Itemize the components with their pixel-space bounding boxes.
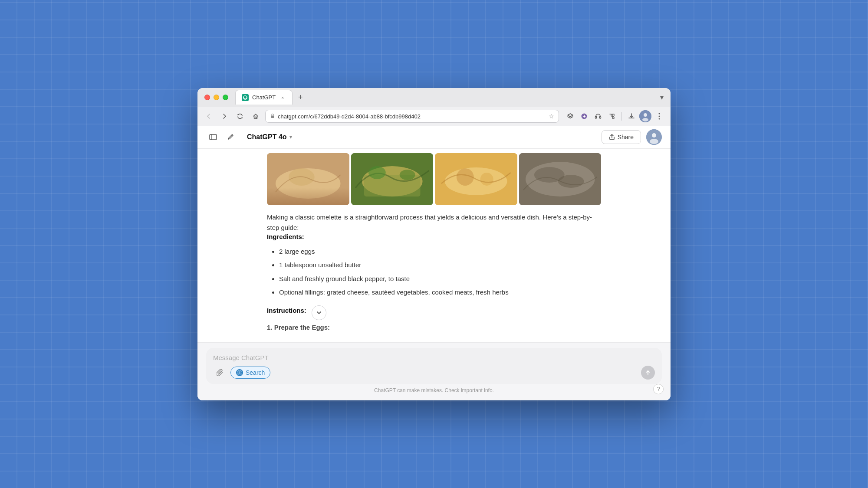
- tab-close-button[interactable]: ×: [279, 94, 286, 101]
- tab-bar-chevron[interactable]: ▾: [660, 93, 664, 102]
- svg-point-27: [445, 167, 507, 195]
- disclaimer-text: ChatGPT can make mistakes. Check importa…: [206, 384, 662, 398]
- svg-point-29: [480, 173, 493, 186]
- nav-profile-avatar[interactable]: [639, 110, 651, 122]
- new-chat-button[interactable]: [224, 130, 237, 144]
- message-area: Making a classic omelette is a straightf…: [267, 205, 601, 338]
- share-label: Share: [618, 134, 634, 141]
- image-gallery: [267, 149, 601, 205]
- scroll-down-button[interactable]: [312, 305, 326, 320]
- ingredient-item: Salt and freshly ground black pepper, to…: [279, 272, 601, 286]
- attach-file-button[interactable]: [213, 366, 227, 380]
- chat-content: Making a classic omelette is a straightf…: [197, 149, 671, 342]
- globe-icon: [236, 369, 243, 376]
- tab-bar: ChatGPT × +: [235, 90, 656, 105]
- search-button[interactable]: Search: [230, 367, 270, 379]
- svg-rect-4: [595, 116, 597, 118]
- ingredient-item: 1 tablespoon unsalted butter: [279, 258, 601, 272]
- message-placeholder: Message ChatGPT: [213, 354, 655, 361]
- nav-separator: [621, 112, 622, 121]
- svg-point-24: [368, 166, 385, 179]
- ingredient-item: Optional fillings: grated cheese, sautée…: [279, 285, 601, 299]
- headphone-extension-icon[interactable]: [592, 110, 604, 122]
- bookmark-icon[interactable]: ☆: [549, 113, 554, 120]
- lock-icon: [270, 113, 275, 120]
- model-selector[interactable]: ChatGPT 4o ▾: [243, 131, 296, 144]
- puzzle-extension-icon[interactable]: [606, 110, 618, 122]
- svg-rect-5: [600, 116, 601, 118]
- input-area: Message ChatGPT: [197, 342, 671, 400]
- svg-point-11: [659, 118, 660, 120]
- new-tab-button[interactable]: +: [294, 91, 306, 103]
- help-button[interactable]: ?: [653, 384, 664, 394]
- svg-point-33: [558, 175, 584, 188]
- title-bar: ChatGPT × + ▾: [197, 88, 671, 107]
- help-label: ?: [657, 386, 660, 392]
- svg-rect-1: [271, 115, 274, 118]
- gallery-image-1: [267, 153, 349, 205]
- close-window-button[interactable]: [204, 95, 210, 100]
- svg-text:✦: ✦: [582, 114, 586, 119]
- model-name-label: ChatGPT 4o: [247, 133, 287, 141]
- svg-point-10: [659, 116, 660, 117]
- omelette-image-2: [351, 153, 434, 205]
- maximize-window-button[interactable]: [223, 95, 228, 100]
- svg-point-15: [652, 133, 656, 138]
- instructions-heading: Instructions:: [267, 307, 306, 314]
- traffic-lights: [204, 95, 228, 100]
- svg-point-7: [644, 113, 647, 117]
- gallery-image-3: [435, 153, 517, 205]
- refresh-button[interactable]: [234, 110, 246, 122]
- share-button[interactable]: Share: [602, 130, 641, 144]
- omelette-image-3: [435, 153, 517, 205]
- layers-extension-icon[interactable]: [564, 110, 576, 122]
- omelette-image-1: [267, 153, 349, 205]
- message-input-box[interactable]: Message ChatGPT: [206, 348, 662, 384]
- svg-point-9: [659, 113, 660, 115]
- gallery-image-2: [351, 153, 434, 205]
- tab-title: ChatGPT: [252, 94, 276, 101]
- model-chevron-icon: ▾: [289, 134, 292, 140]
- omelette-image-4: [519, 153, 602, 205]
- url-text: chatgpt.com/c/672ddb49-d2d4-8004-ab88-bf…: [278, 113, 546, 120]
- address-bar[interactable]: chatgpt.com/c/672ddb49-d2d4-8004-ab88-bf…: [265, 110, 559, 123]
- ingredients-heading: Ingredients:: [267, 233, 601, 240]
- svg-point-8: [642, 118, 648, 121]
- content-area: Making a classic omelette is a straightf…: [197, 149, 671, 400]
- asterisk-extension-icon[interactable]: ✦: [578, 110, 590, 122]
- gallery-image-4: [519, 153, 602, 205]
- user-avatar[interactable]: [646, 129, 662, 145]
- browser-window: ChatGPT × + ▾: [197, 88, 671, 400]
- intro-paragraph: Making a classic omelette is a straightf…: [267, 212, 601, 233]
- chatgpt-tab[interactable]: ChatGPT ×: [235, 90, 293, 105]
- tab-favicon: [242, 94, 249, 101]
- back-button[interactable]: [203, 110, 215, 122]
- input-toolbar: Search: [213, 366, 655, 380]
- sidebar-toggle-button[interactable]: [206, 130, 220, 144]
- ingredients-list: 2 large eggs 1 tablespoon unsalted butte…: [267, 245, 601, 299]
- download-extension-icon[interactable]: [625, 110, 638, 122]
- instructions-row: Instructions:: [267, 305, 601, 320]
- search-label: Search: [246, 369, 265, 376]
- svg-point-25: [399, 170, 415, 180]
- browser-menu-button[interactable]: [653, 110, 665, 122]
- send-button[interactable]: [641, 366, 655, 380]
- svg-point-16: [650, 139, 658, 144]
- minimize-window-button[interactable]: [214, 95, 219, 100]
- step1-partial: 1. Prepare the Eggs:: [267, 324, 330, 331]
- app-bar-right: Share: [602, 129, 662, 145]
- forward-button[interactable]: [218, 110, 230, 122]
- home-button[interactable]: [250, 110, 262, 122]
- ingredient-item: 2 large eggs: [279, 245, 601, 259]
- extensions-bar: ✦: [564, 110, 665, 122]
- nav-bar: chatgpt.com/c/672ddb49-d2d4-8004-ab88-bf…: [197, 107, 671, 126]
- svg-rect-12: [210, 134, 217, 140]
- app-bar: ChatGPT 4o ▾ Share: [197, 126, 671, 149]
